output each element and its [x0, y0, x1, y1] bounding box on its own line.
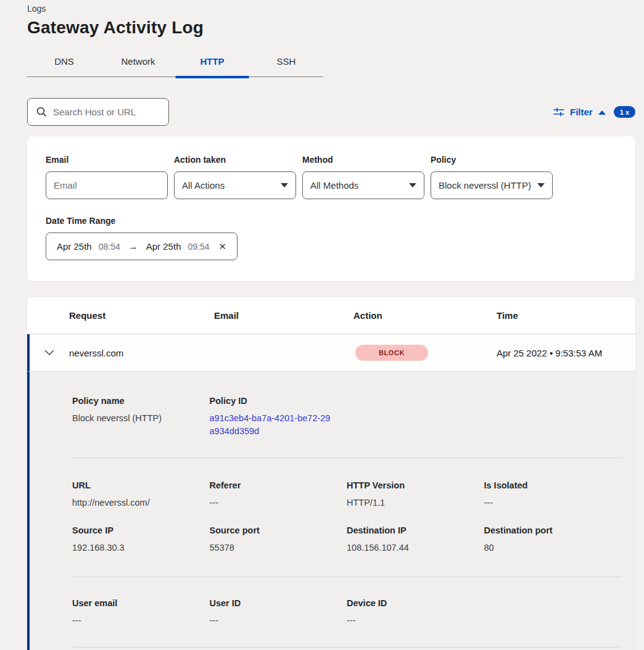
time-cell: Apr 25 2022 • 9:53:53 AM	[497, 348, 635, 358]
policy-id-link[interactable]: a91c3eb4-ba7a-4201-be72-29a934dd359d	[210, 412, 331, 438]
empty-cell	[484, 598, 622, 627]
device-id-field: Device ID ---	[347, 598, 484, 627]
column-header-time: Time	[497, 310, 635, 321]
device-id-label: Device ID	[347, 598, 484, 608]
tab-http[interactable]: HTTP	[175, 51, 249, 76]
is-isolated-label: Is Isolated	[484, 480, 622, 490]
search-icon	[36, 107, 47, 117]
referer-field: Referer ---	[210, 480, 347, 509]
source-ip-field: Source IP 192.168.30.3	[72, 525, 210, 554]
method-select[interactable]: All Methods	[302, 171, 424, 199]
page-title: Gateway Activity Log	[27, 18, 644, 38]
email-input[interactable]	[46, 171, 168, 199]
action-taken-label: Action taken	[174, 155, 296, 165]
filter-field-policy: Policy Block neverssl (HTTP)	[431, 155, 553, 199]
expand-chevron-icon[interactable]	[30, 350, 69, 356]
search-box[interactable]	[27, 98, 169, 126]
referer-value: ---	[210, 496, 347, 509]
column-header-request: Request	[69, 310, 214, 321]
radar-link-row: View domain details in Radar →	[72, 648, 621, 650]
end-time[interactable]: 09:54	[188, 242, 209, 252]
start-time[interactable]: 08:54	[99, 242, 120, 252]
end-date[interactable]: Apr 25th	[146, 241, 181, 252]
right-arrow-icon: →	[127, 241, 139, 252]
action-taken-select[interactable]: All Actions	[174, 171, 296, 199]
filter-label[interactable]: Filter	[570, 107, 593, 117]
search-input[interactable]	[53, 107, 160, 117]
chevron-down-icon	[281, 183, 288, 187]
policy-id-field: Policy ID a91c3eb4-ba7a-4201-be72-29a934…	[210, 396, 347, 438]
filter-field-action-taken: Action taken All Actions	[174, 155, 296, 199]
method-label: Method	[302, 155, 424, 165]
user-id-field: User ID ---	[210, 598, 347, 627]
source-ip-label: Source IP	[72, 525, 210, 535]
user-id-label: User ID	[210, 598, 347, 608]
action-taken-value: All Actions	[182, 180, 225, 191]
date-range-field: Date Time Range Apr 25th 08:54 → Apr 25t…	[46, 216, 617, 260]
tab-dns[interactable]: DNS	[27, 51, 101, 76]
device-id-value: ---	[347, 614, 484, 627]
method-value: All Methods	[310, 180, 358, 191]
user-details-section: User email --- User ID --- Device ID ---	[72, 577, 621, 648]
active-tab-underline	[175, 76, 249, 78]
user-email-value: ---	[72, 614, 210, 627]
source-port-label: Source port	[210, 525, 347, 535]
filter-sliders-icon	[553, 107, 564, 118]
request-cell: neverssl.com	[69, 348, 214, 358]
page-header: Logs Gateway Activity Log	[0, 0, 644, 38]
table-header-row: Request Email Action Time	[27, 297, 635, 334]
chevron-down-icon	[409, 183, 416, 187]
breadcrumb[interactable]: Logs	[27, 4, 644, 14]
is-isolated-value: ---	[484, 496, 622, 509]
filter-field-method: Method All Methods	[302, 155, 424, 199]
table-row[interactable]: neverssl.com BLOCK Apr 25 2022 • 9:53:53…	[27, 334, 635, 372]
destination-port-value: 80	[484, 541, 622, 554]
clear-date-range-icon[interactable]: ✕	[217, 241, 227, 252]
email-label: Email	[46, 155, 168, 165]
http-details-section: URL http://neverssl.com/ Referer --- HTT…	[72, 458, 621, 577]
start-date[interactable]: Apr 25th	[57, 241, 92, 252]
filter-count-badge[interactable]: 1 x	[614, 106, 635, 118]
policy-select[interactable]: Block neverssl (HTTP)	[431, 171, 553, 199]
http-version-label: HTTP Version	[347, 480, 484, 490]
tab-ssh[interactable]: SSH	[249, 51, 323, 76]
policy-section: Policy name Block neverssl (HTTP) Policy…	[72, 372, 621, 458]
destination-ip-field: Destination IP 108.156.107.44	[347, 525, 484, 554]
url-field: URL http://neverssl.com/	[72, 480, 210, 509]
tab-bar: DNS Network HTTP SSH	[27, 51, 323, 77]
row-details-panel: Policy name Block neverssl (HTTP) Policy…	[27, 372, 635, 650]
column-header-email: Email	[214, 310, 353, 321]
chevron-down-icon	[537, 183, 545, 187]
search-filter-row: Filter 1 x	[27, 98, 635, 126]
filter-fields-row: Email Action taken All Actions Method Al…	[46, 155, 617, 199]
destination-ip-label: Destination IP	[347, 525, 484, 535]
source-ip-value: 192.168.30.3	[72, 541, 210, 554]
policy-label: Policy	[431, 155, 553, 165]
http-version-field: HTTP Version HTTP/1.1	[347, 480, 484, 509]
block-status-badge: BLOCK	[355, 345, 428, 361]
url-value: http://neverssl.com/	[72, 496, 210, 509]
url-label: URL	[72, 480, 210, 490]
action-cell: BLOCK	[353, 345, 497, 361]
referer-label: Referer	[210, 480, 347, 490]
chevron-up-icon	[598, 110, 606, 115]
date-range-label: Date Time Range	[46, 216, 617, 226]
policy-name-label: Policy name	[72, 396, 210, 406]
tab-network[interactable]: Network	[101, 51, 175, 76]
source-port-field: Source port 55378	[210, 525, 347, 554]
column-header-action: Action	[353, 310, 497, 321]
is-isolated-field: Is Isolated ---	[484, 480, 622, 509]
activity-log-table: Request Email Action Time neverssl.com B…	[27, 297, 635, 650]
http-version-value: HTTP/1.1	[347, 496, 484, 509]
destination-ip-value: 108.156.107.44	[347, 541, 484, 554]
filter-field-email: Email	[46, 155, 168, 199]
policy-name-field: Policy name Block neverssl (HTTP)	[72, 396, 210, 438]
policy-name-value: Block neverssl (HTTP)	[72, 412, 210, 425]
filter-toggle[interactable]: Filter 1 x	[553, 106, 635, 118]
destination-port-label: Destination port	[484, 525, 622, 535]
date-range-picker[interactable]: Apr 25th 08:54 → Apr 25th 09:54 ✕	[46, 232, 237, 260]
policy-id-label: Policy ID	[210, 396, 347, 406]
user-email-field: User email ---	[72, 598, 210, 627]
filter-panel: Email Action taken All Actions Method Al…	[27, 136, 635, 281]
user-id-value: ---	[210, 614, 347, 627]
